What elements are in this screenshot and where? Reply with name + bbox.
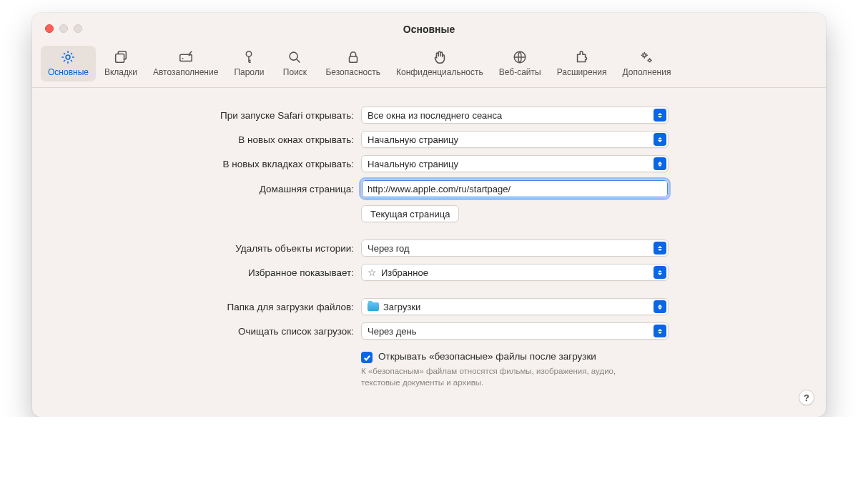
select-new-tabs[interactable]: Начальную страницу — [361, 155, 669, 172]
help-label: ? — [804, 392, 809, 403]
tab-search[interactable]: Поиск — [272, 46, 317, 81]
tab-label: Поиск — [283, 67, 307, 77]
globe-icon — [512, 49, 528, 66]
svg-rect-1 — [116, 54, 124, 62]
label-download-folder: Папка для загрузки файлов: — [54, 302, 361, 312]
tab-tabs[interactable]: Вкладки — [97, 46, 144, 81]
chevron-updown-icon — [654, 157, 666, 170]
hand-icon — [432, 49, 448, 66]
svg-rect-5 — [349, 56, 357, 62]
chevron-updown-icon — [654, 300, 666, 313]
label-clear-downloads: Очищать список загрузок: — [54, 326, 361, 337]
set-current-page-button[interactable]: Текущая страница — [361, 205, 459, 222]
label-favorites-shows: Избранное показывает: — [54, 267, 361, 278]
label-on-launch: При запуске Safari открывать: — [54, 110, 361, 121]
lock-icon — [345, 49, 361, 66]
tab-privacy[interactable]: Конфиденциальность — [389, 46, 490, 81]
tab-label: Расширения — [557, 67, 607, 77]
svg-point-8 — [649, 59, 651, 61]
svg-rect-2 — [179, 54, 192, 61]
select-on-launch[interactable]: Все окна из последнего сеанса — [361, 107, 669, 124]
search-icon — [287, 49, 302, 66]
open-safe-files-checkbox[interactable] — [361, 352, 373, 363]
select-history-remove[interactable]: Через год — [361, 239, 669, 257]
select-value: Начальную страницу — [368, 159, 458, 169]
key-icon — [241, 49, 257, 66]
label-new-windows: В новых окнах открывать: — [54, 134, 361, 145]
tab-label: Безопасность — [325, 67, 380, 77]
select-value: Все окна из последнего сеанса — [368, 110, 502, 121]
titlebar: Основные — [32, 13, 826, 46]
label-history-remove: Удалять объекты истории: — [54, 243, 361, 254]
folder-icon — [368, 302, 379, 311]
select-value: Начальную страницу — [368, 134, 458, 145]
select-value: Загрузки — [383, 302, 420, 312]
close-window-button[interactable] — [45, 24, 54, 33]
homepage-input[interactable] — [361, 179, 669, 198]
chevron-updown-icon — [654, 325, 666, 337]
svg-point-0 — [66, 55, 71, 59]
label-homepage: Домашняя страница: — [54, 184, 361, 194]
svg-point-3 — [247, 51, 252, 56]
tab-label: Автозаполнение — [153, 67, 218, 77]
open-safe-files-note: К «безопасным» файлам относятся фильмы, … — [361, 366, 633, 388]
puzzle-icon — [574, 49, 590, 66]
general-pane: При запуске Safari открывать: Все окна и… — [32, 88, 826, 417]
select-favorites-shows[interactable]: ☆ Избранное — [361, 264, 669, 281]
tab-label: Веб-сайты — [499, 67, 541, 77]
tab-websites[interactable]: Веб-сайты — [492, 46, 548, 81]
select-value: Избранное — [381, 267, 428, 278]
help-button[interactable]: ? — [799, 390, 814, 405]
window-title: Основные — [32, 24, 826, 35]
tab-label: Дополнения — [622, 67, 671, 77]
open-safe-files-label: Открывать «безопасные» файлы после загру… — [378, 351, 596, 362]
tab-label: Пароли — [234, 67, 264, 77]
chevron-updown-icon — [654, 109, 666, 122]
tab-security[interactable]: Безопасность — [318, 46, 388, 81]
tab-general[interactable]: Основные — [41, 46, 96, 81]
chevron-updown-icon — [654, 266, 666, 279]
select-value: Через год — [368, 243, 410, 254]
zoom-window-button[interactable] — [74, 24, 82, 33]
star-icon: ☆ — [368, 267, 377, 277]
tabs-icon — [113, 49, 129, 66]
minimize-window-button[interactable] — [59, 24, 68, 33]
autofill-icon — [178, 49, 194, 66]
tab-autofill[interactable]: Автозаполнение — [146, 46, 225, 81]
tab-label: Вкладки — [104, 67, 137, 77]
gears-icon — [638, 49, 654, 66]
label-new-tabs: В новых вкладках открывать: — [54, 159, 361, 169]
button-label: Текущая страница — [370, 209, 450, 219]
select-new-windows[interactable]: Начальную страницу — [361, 131, 669, 148]
preferences-window: Основные Основные Вкладки — [32, 13, 826, 417]
chevron-updown-icon — [654, 133, 666, 146]
select-value: Через день — [368, 326, 416, 337]
svg-point-7 — [644, 54, 646, 56]
tab-passwords[interactable]: Пароли — [227, 46, 271, 81]
tab-extensions[interactable]: Расширения — [550, 46, 614, 81]
select-clear-downloads[interactable]: Через день — [361, 322, 669, 340]
preferences-toolbar: Основные Вкладки Автозаполнение — [32, 46, 826, 88]
traffic-lights — [45, 24, 82, 33]
select-download-folder[interactable]: Загрузки — [361, 298, 669, 315]
tab-advanced[interactable]: Дополнения — [615, 46, 678, 81]
tab-label: Конфиденциальность — [396, 67, 483, 77]
tab-label: Основные — [48, 67, 89, 77]
chevron-updown-icon — [654, 242, 666, 255]
gear-icon — [60, 49, 76, 66]
svg-point-4 — [290, 52, 298, 60]
